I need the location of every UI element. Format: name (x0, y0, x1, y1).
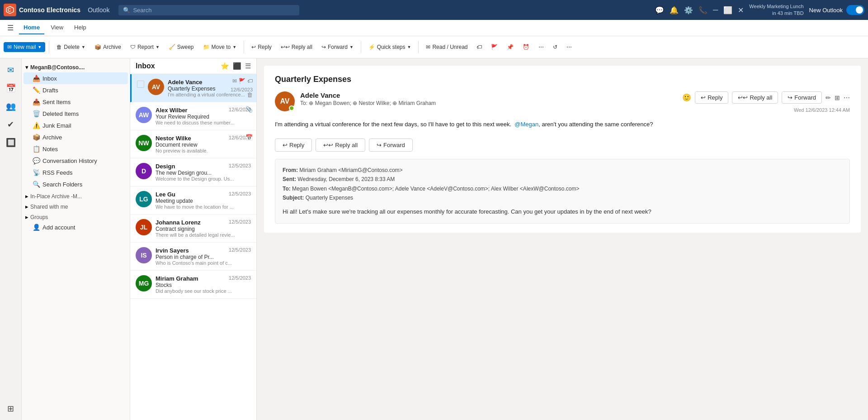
folder-inbox[interactable]: 📥 Inbox (24, 72, 128, 84)
more-actions-button[interactable]: ⋯ (535, 42, 547, 52)
email-item-4[interactable]: LG Lee Gu 12/5/2023 Meeting update We ha… (130, 186, 256, 215)
remind-button[interactable]: ⏰ (519, 42, 533, 52)
sep2 (244, 41, 244, 53)
nav-people[interactable]: 👥 (3, 98, 19, 115)
grid-icon[interactable]: ⊞ (835, 94, 840, 101)
reply-button[interactable]: ↩ Reply (248, 42, 275, 52)
extra-button[interactable]: ⋯ (563, 42, 576, 52)
email-content-5: Johanna Lorenz 12/5/2023 Contract signin… (156, 219, 251, 238)
hamburger-menu[interactable]: ☰ (7, 24, 14, 32)
mail-icon-0[interactable]: ✉ (232, 78, 237, 84)
account-header[interactable]: ▾ MeganB@Contoso.... (22, 62, 130, 72)
folder-search[interactable]: 🔍 Search Folders (24, 178, 128, 190)
nav-more[interactable]: ⊞ (3, 401, 19, 417)
top-bar-right: 💬 🔔 ⚙️ 📞 ─ ⬜ ✕ Weekly Marketing Lunch in… (655, 3, 864, 17)
email-item-0[interactable]: AV Adele Vance Quarterly Expenses I'm at… (130, 74, 256, 102)
email-item-5[interactable]: JL Johanna Lorenz 12/5/2023 Contract sig… (130, 215, 256, 243)
minimize-icon[interactable]: ─ (713, 6, 718, 14)
search-input[interactable] (133, 7, 295, 14)
flag-button[interactable]: 🚩 (487, 42, 501, 52)
draw-icon[interactable]: ✏ (826, 94, 831, 101)
layout-icon[interactable]: ⬛ (233, 62, 241, 70)
tab-help[interactable]: Help (70, 21, 91, 34)
ribbon-tabs: ☰ Home View Help (0, 20, 868, 36)
tag-icon-0[interactable]: 🏷 (247, 78, 253, 84)
folder-archive[interactable]: 📦 Archive (24, 131, 128, 143)
reply-all-inline-button[interactable]: ↩↩ Reply all (316, 138, 365, 152)
new-mail-button[interactable]: ✉ New mail ▼ (4, 42, 45, 52)
nav-apps[interactable]: 🔲 (3, 134, 19, 151)
group-shared[interactable]: ▸ Shared with me (22, 200, 130, 211)
pin-list-icon[interactable]: ⭐ (221, 62, 229, 70)
nav-calendar[interactable]: 📅 (3, 80, 19, 96)
phone-icon[interactable]: 📞 (698, 6, 708, 14)
folder-deleted[interactable]: 🗑️ Deleted Items (24, 108, 128, 119)
notification-icon[interactable]: 🔔 (670, 6, 679, 14)
search-box[interactable]: 🔍 (118, 5, 299, 15)
email-view: Quarterly Expenses AV Adele Vance To: ⊕ … (264, 66, 861, 233)
reply-inline-button[interactable]: ↩ Reply (275, 138, 312, 152)
email-checkbox-0[interactable] (137, 81, 144, 88)
flag-icon-0[interactable]: 🚩 (239, 78, 245, 84)
move-caret[interactable]: ▼ (232, 45, 236, 49)
folder-junk[interactable]: ⚠️ Junk Email (24, 119, 128, 131)
filter-icon[interactable]: ☰ (245, 62, 251, 70)
delete-button[interactable]: 🗑 Delete ▼ (53, 42, 89, 52)
group-groups[interactable]: ▸ Groups (22, 211, 130, 221)
reply-all-button[interactable]: ↩↩ Reply all (277, 42, 316, 52)
avatar-2: NW (136, 135, 152, 151)
undo-button[interactable]: ↺ (549, 42, 561, 52)
archive-button[interactable]: 📦 Archive (91, 42, 125, 52)
avatar-7: MG (136, 275, 152, 291)
more-ev-icon[interactable]: ⋯ (844, 94, 850, 101)
undo-icon: ↺ (553, 44, 557, 50)
folder-sent[interactable]: 📤 Sent Items (24, 96, 128, 108)
quick-steps-caret[interactable]: ▼ (407, 45, 411, 49)
move-to-button[interactable]: 📁 Move to ▼ (199, 42, 241, 52)
group-inplace-archive[interactable]: ▸ In-Place Archive -M... (22, 190, 130, 200)
folder-rss[interactable]: 📡 RSS Feeds (24, 167, 128, 178)
nav-todo[interactable]: ✔ (3, 116, 19, 133)
quick-steps-button[interactable]: ⚡ Quick steps ▼ (365, 42, 415, 52)
settings-icon[interactable]: ⚙️ (684, 6, 693, 14)
folder-notes[interactable]: 📋 Notes (24, 143, 128, 155)
forward-button[interactable]: ↪ Forward ▼ (318, 42, 357, 52)
maximize-icon[interactable]: ⬜ (723, 6, 732, 14)
reply-ev-button[interactable]: ↩ Reply (695, 91, 728, 104)
weekly-lunch: Weekly Marketing Lunch in 43 min TBD (749, 3, 803, 17)
pin-button[interactable]: 📌 (503, 42, 517, 52)
tab-view[interactable]: View (46, 21, 68, 34)
email-meta: Adele Vance To: ⊕ Megan Bowen; ⊕ Nestor … (300, 91, 677, 106)
close-icon[interactable]: ✕ (738, 6, 744, 14)
archive-icon: 📦 (94, 44, 101, 50)
email-item-3[interactable]: D Design 12/5/2023 The new Design grou..… (130, 158, 256, 186)
tab-home[interactable]: Home (19, 21, 44, 34)
categorize-button[interactable]: 🏷 (473, 42, 486, 52)
nav-mail[interactable]: ✉ (3, 62, 19, 78)
emoji-icon[interactable]: 🙂 (682, 93, 691, 102)
reply-all-ev-button[interactable]: ↩↩ Reply all (732, 91, 778, 104)
sweep-button[interactable]: 🧹 Sweep (165, 42, 198, 52)
folder-conversation-history[interactable]: 💬 Conversation History (24, 155, 128, 167)
forward-inline-button[interactable]: ↪ Forward (369, 138, 413, 152)
forward-ev-button[interactable]: ↪ Forward (782, 91, 822, 104)
report-caret[interactable]: ▼ (156, 45, 160, 49)
feedback-icon[interactable]: 💬 (655, 6, 664, 14)
email-item-2[interactable]: NW Nestor Wilke 12/6/2023 Document revie… (130, 130, 256, 158)
search-folders-icon: 🔍 (33, 181, 40, 188)
new-outlook-toggle-switch[interactable] (846, 5, 864, 15)
report-button[interactable]: 🛡 Report ▼ (127, 42, 163, 52)
forward-caret[interactable]: ▼ (349, 45, 354, 49)
email-list-scroll[interactable]: AV Adele Vance Quarterly Expenses I'm at… (130, 74, 256, 420)
email-item-1[interactable]: AW Alex Wilber 12/6/2023 Your Review Req… (130, 102, 256, 130)
read-unread-button[interactable]: ✉ Read / Unread (422, 42, 471, 52)
email-item-7[interactable]: MG Miriam Graham 12/5/2023 Stocks Did an… (130, 271, 256, 299)
forward-inline-icon: ↪ (377, 142, 382, 148)
delete-caret[interactable]: ▼ (81, 45, 85, 49)
email-item-6[interactable]: IS Irvin Sayers 12/5/2023 Person in char… (130, 243, 256, 271)
folder-drafts[interactable]: ✏️ Drafts (24, 84, 128, 96)
delete-email-0[interactable]: 🗑 (247, 91, 253, 98)
logo-icon: C (4, 4, 16, 16)
new-mail-caret[interactable]: ▼ (38, 45, 42, 49)
add-account-item[interactable]: 👤 Add account (24, 221, 128, 233)
